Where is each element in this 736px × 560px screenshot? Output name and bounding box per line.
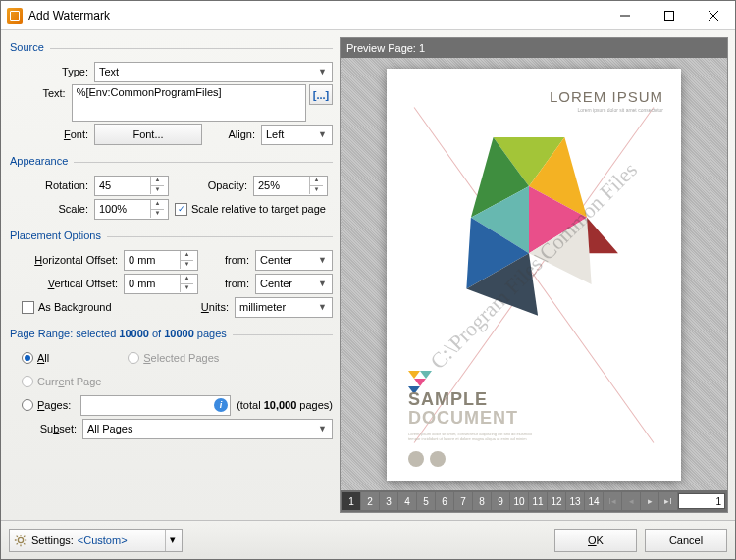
doc-header: LOREM IPSUM Lorem ipsum dolor sit amet c… [550, 88, 663, 113]
placement-header: Placement Options [8, 228, 101, 245]
spin-up-icon[interactable]: ▲ [150, 177, 164, 185]
page-thumb[interactable]: 6 [436, 492, 453, 510]
subset-label: Subset: [8, 423, 82, 434]
preview-viewport[interactable]: LOREM IPSUM Lorem ipsum dolor sit amet c… [341, 58, 727, 490]
page-thumb[interactable]: 1 [342, 492, 360, 510]
opacity-label: Opacity: [169, 179, 253, 191]
align-select[interactable]: Left ▼ [261, 125, 333, 145]
source-group: Source Type: Text ▼ Text: %[Env:CommonPr… [8, 37, 333, 147]
spin-down-icon[interactable]: ▼ [309, 185, 323, 194]
text-input[interactable]: %[Env:CommonProgramFiles] [72, 84, 307, 122]
voffset-input[interactable]: ▲▼ [124, 274, 198, 294]
scale-value[interactable] [99, 203, 150, 215]
window-title: Add Watermark [28, 9, 603, 23]
last-page-button[interactable]: ▸I [659, 492, 677, 510]
spin-up-icon[interactable]: ▲ [309, 177, 323, 185]
page-thumb[interactable]: 2 [361, 492, 379, 510]
doc-title-text: LOREM IPSUM [550, 88, 663, 105]
as-background-checkbox[interactable] [22, 301, 34, 314]
page-thumb[interactable]: 12 [548, 492, 565, 510]
svg-marker-12 [414, 379, 426, 386]
page-thumb[interactable]: 13 [566, 492, 584, 510]
minimize-icon [620, 11, 630, 21]
prev-page-button[interactable]: ◂ [622, 492, 640, 510]
radio-current [22, 376, 33, 387]
titlebar: Add Watermark [1, 1, 735, 30]
app-icon [7, 8, 23, 24]
dialog-footer: Settings: <Custom> ▾ OK Cancel [1, 520, 735, 559]
placement-group: Placement Options Horizontal Offset: ▲▼ … [8, 226, 333, 320]
macro-button[interactable]: [...] [309, 84, 333, 105]
page-thumb[interactable]: 11 [529, 492, 547, 510]
hoffset-input[interactable]: ▲▼ [124, 250, 198, 271]
hoffset-value[interactable] [129, 254, 180, 266]
spin-down-icon[interactable]: ▼ [150, 209, 164, 218]
page-thumb[interactable]: 7 [454, 492, 472, 510]
opacity-value[interactable] [258, 179, 309, 191]
spin-up-icon[interactable]: ▲ [150, 200, 164, 209]
chevron-down-icon: ▾ [165, 530, 180, 551]
gear-icon [14, 534, 27, 547]
spin-down-icon[interactable]: ▼ [150, 185, 164, 194]
pagerange-header: Page Range: selected 10000 of 10000 page… [8, 326, 227, 343]
settings-dropdown[interactable]: Settings: <Custom> ▾ [9, 529, 183, 552]
page-thumb[interactable]: 3 [380, 492, 397, 510]
chevron-down-icon: ▼ [315, 255, 330, 265]
font-button[interactable]: Font... [94, 124, 202, 145]
add-watermark-dialog: Add Watermark Source Type: Text ▼ [0, 0, 736, 560]
radio-pages[interactable] [22, 399, 33, 411]
spin-up-icon[interactable]: ▲ [180, 275, 193, 283]
page-thumb[interactable]: 10 [510, 492, 528, 510]
maximize-button[interactable] [647, 1, 691, 29]
voffset-label: Vertical Offset: [8, 278, 124, 289]
pages-input[interactable] [80, 395, 231, 416]
chevron-down-icon: ▼ [315, 67, 330, 76]
page-thumb[interactable]: 8 [473, 492, 491, 510]
settings-label: Settings: [31, 535, 74, 546]
badges [408, 451, 446, 467]
first-page-button[interactable]: I◂ [604, 492, 621, 510]
type-value: Text [99, 66, 119, 77]
page-thumb[interactable]: 5 [417, 492, 435, 510]
info-icon[interactable]: i [214, 398, 228, 412]
close-button[interactable] [691, 1, 735, 29]
page-thumb[interactable]: 4 [398, 492, 416, 510]
rotation-value[interactable] [99, 179, 150, 191]
hoffset-label: Horizontal Offset: [8, 254, 124, 266]
client-area: Source Type: Text ▼ Text: %[Env:CommonPr… [1, 30, 735, 520]
preview-panel: Preview Page: 1 LOREM IPSUM Lorem ipsum … [340, 37, 728, 513]
type-select[interactable]: Text ▼ [94, 62, 333, 82]
hfrom-select[interactable]: Center ▼ [255, 250, 333, 271]
svg-marker-10 [408, 371, 420, 379]
page-number-input[interactable] [678, 493, 725, 509]
spin-up-icon[interactable]: ▲ [180, 251, 193, 260]
ok-button[interactable]: OK [554, 529, 637, 552]
radio-current-label: Current Page [37, 376, 101, 387]
rotation-input[interactable]: ▲▼ [94, 176, 169, 196]
maximize-icon [664, 11, 674, 21]
type-label: Type: [8, 66, 94, 77]
radio-all[interactable] [22, 352, 33, 364]
cancel-button[interactable]: Cancel [645, 529, 727, 552]
scale-input[interactable]: ▲▼ [94, 199, 169, 220]
radio-selected-label: Selected Pages [143, 352, 219, 364]
scale-relative-checkbox[interactable]: ✓ [175, 203, 187, 216]
align-value: Left [266, 128, 284, 140]
minimize-button[interactable] [603, 1, 647, 29]
spin-down-icon[interactable]: ▼ [180, 260, 193, 269]
opacity-input[interactable]: ▲▼ [253, 176, 328, 196]
scale-label: Scale: [8, 203, 94, 215]
page-thumb[interactable]: 9 [492, 492, 509, 510]
spin-down-icon[interactable]: ▼ [180, 283, 193, 292]
vfrom-select[interactable]: Center ▼ [255, 274, 333, 294]
total-pages-label: (total 10,000 pages) [231, 399, 333, 411]
page-thumb[interactable]: 14 [585, 492, 603, 510]
units-label: Units: [178, 301, 235, 313]
appearance-header: Appearance [8, 153, 68, 171]
subset-select[interactable]: All Pages ▼ [82, 419, 333, 439]
chevron-down-icon: ▼ [315, 279, 330, 288]
next-page-button[interactable]: ▸ [641, 492, 658, 510]
units-select[interactable]: millimeter ▼ [235, 297, 333, 318]
voffset-value[interactable] [129, 278, 180, 289]
text-label: Text: [8, 84, 72, 99]
